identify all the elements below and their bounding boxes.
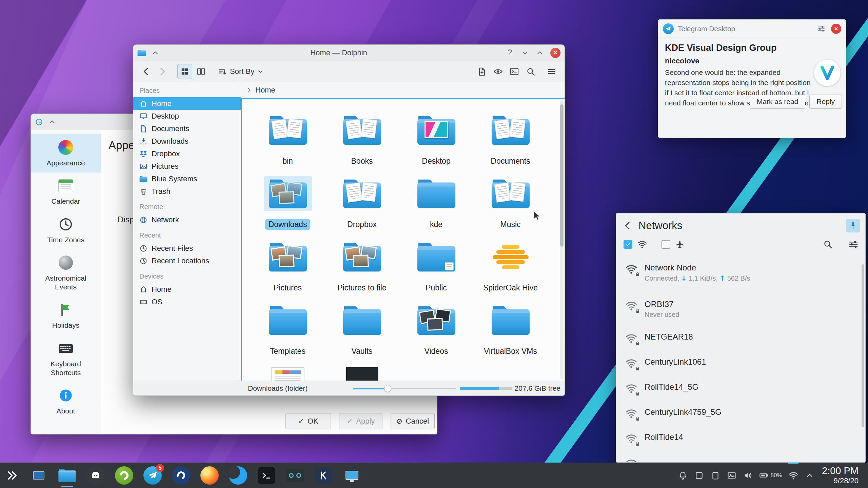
folder-item[interactable]: Vaults <box>325 304 399 357</box>
folder-item-selected[interactable]: Downloads <box>251 177 325 230</box>
sort-by-button[interactable]: Sort By <box>215 64 267 79</box>
back-button[interactable] <box>139 64 154 79</box>
tray-volume[interactable] <box>740 463 756 488</box>
zoom-slider[interactable] <box>353 388 456 389</box>
apply-button[interactable]: ✓ Apply <box>339 413 382 429</box>
app-launcher-button[interactable] <box>0 463 24 488</box>
notification-settings-icon[interactable] <box>815 23 827 35</box>
task-telegram[interactable]: 5 <box>138 463 167 488</box>
tray-media[interactable] <box>724 463 740 488</box>
help-button[interactable]: ? <box>504 47 516 59</box>
network-item[interactable]: RollTide14 <box>616 430 865 455</box>
folder-item[interactable]: Templates <box>251 304 325 357</box>
places-item-recent-locations[interactable]: Recent Locations <box>133 255 241 267</box>
network-item[interactable]: NETGEAR18 <box>616 330 865 355</box>
folder-item[interactable]: SpiderOak Hive <box>473 241 548 293</box>
maximize-button[interactable] <box>534 47 546 59</box>
tray-notifications[interactable] <box>675 463 691 488</box>
view-scrollbar[interactable] <box>560 100 564 379</box>
task-discord[interactable] <box>81 463 110 488</box>
places-item-os[interactable]: OS <box>133 296 241 308</box>
reply-button[interactable]: Reply <box>809 95 842 109</box>
back-button[interactable] <box>623 221 632 230</box>
folder-item[interactable]: Pictures to file <box>325 241 399 293</box>
airplane-mode-checkbox[interactable] <box>662 240 670 249</box>
file-thumbnail[interactable] <box>272 367 304 381</box>
file-thumbnail[interactable] <box>346 367 378 381</box>
settings-nav-astronomical-events[interactable]: Astronomical Events <box>31 249 101 297</box>
create-new-button[interactable] <box>474 64 489 79</box>
location-bar[interactable]: Home <box>241 82 565 98</box>
places-item-recent-files[interactable]: Recent Files <box>133 242 241 255</box>
settings-nav-calendar[interactable]: Calendar <box>31 172 101 211</box>
task-dolphin[interactable] <box>53 463 81 488</box>
digital-clock[interactable]: 2:00 PM 9/28/20 <box>818 465 863 485</box>
task-konsole[interactable] <box>252 463 281 488</box>
hamburger-menu-button[interactable] <box>544 64 559 79</box>
places-item-pictures[interactable]: Pictures <box>133 160 241 172</box>
places-item-home-device[interactable]: Home <box>133 283 241 296</box>
folder-item[interactable]: Videos <box>399 304 473 357</box>
network-item[interactable]: CenturyLink1061 <box>616 355 865 380</box>
terminal-button[interactable] <box>507 64 522 79</box>
places-item-network[interactable]: Network <box>133 214 241 226</box>
icons-view-button[interactable] <box>177 64 192 79</box>
task-green-app[interactable] <box>110 463 138 488</box>
network-item-partial[interactable] <box>616 455 865 462</box>
settings-nav-time-zones[interactable]: Time Zones <box>31 211 101 249</box>
folder-item[interactable]: kde <box>399 177 473 230</box>
keep-above-icon[interactable] <box>150 47 161 59</box>
close-button[interactable]: × <box>550 48 560 58</box>
folder-item[interactable]: Desktop <box>399 114 473 166</box>
settings-nav-appearance[interactable]: Appearance <box>31 134 101 172</box>
pin-button[interactable] <box>846 219 860 232</box>
task-falkon[interactable] <box>224 463 252 488</box>
forward-button[interactable] <box>155 64 170 79</box>
configure-icon[interactable] <box>848 239 859 249</box>
task-system-settings[interactable] <box>24 463 53 488</box>
places-item-desktop[interactable]: Desktop <box>133 110 241 122</box>
keep-above-icon[interactable] <box>46 116 58 128</box>
network-item[interactable]: Network Node Connected, ↓ 1.1 KiB/s, ↑ 5… <box>616 261 865 298</box>
split-view-button[interactable] <box>194 64 209 79</box>
mark-as-read-button[interactable]: Mark as read <box>750 95 806 109</box>
settings-nav-holidays[interactable]: Holidays <box>31 297 101 335</box>
folder-item[interactable]: Pictures <box>251 241 325 293</box>
task-mattermost[interactable] <box>167 463 195 488</box>
networks-scrollbar[interactable] <box>862 264 864 427</box>
tray-network[interactable] <box>785 463 802 488</box>
settings-nav-keyboard-shortcuts[interactable]: Keyboard Shortcuts <box>31 335 101 383</box>
search-button[interactable] <box>523 64 538 79</box>
tray-klipper[interactable] <box>691 463 707 488</box>
tray-battery[interactable]: 80% <box>756 463 785 488</box>
breadcrumb[interactable]: Home <box>255 86 275 95</box>
network-item[interactable]: CenturyLink4759_5G <box>616 405 865 430</box>
folder-item[interactable]: bin <box>251 114 325 166</box>
search-icon[interactable] <box>823 240 833 249</box>
dolphin-titlebar[interactable]: Home — Dolphin ? × <box>133 45 565 61</box>
places-item-documents[interactable]: Documents <box>133 122 241 135</box>
tray-clipboard[interactable] <box>707 463 724 488</box>
folder-item[interactable]: VirtualBox VMs <box>473 304 548 357</box>
wifi-enabled-checkbox[interactable] <box>624 240 632 249</box>
network-item[interactable]: RollTide14_5G <box>616 380 865 405</box>
preview-button[interactable] <box>491 64 506 79</box>
tray-expand[interactable] <box>802 463 818 488</box>
folder-item[interactable]: Dropbox <box>325 177 399 230</box>
view-scrollbar-thumb[interactable] <box>560 104 564 247</box>
places-item-blue-systems[interactable]: Blue Systems <box>133 172 241 185</box>
network-item[interactable]: ORBI37 Never used <box>616 298 865 330</box>
minimize-button[interactable] <box>519 47 531 59</box>
task-screen-app[interactable] <box>338 463 366 488</box>
places-item-dropbox[interactable]: Dropbox <box>133 147 241 160</box>
ok-button[interactable]: ✓ OK <box>285 413 331 429</box>
zoom-slider-handle[interactable] <box>384 385 391 392</box>
folder-view[interactable]: bin Books Desktop Documents Downloa <box>241 98 565 381</box>
places-item-trash[interactable]: Trash <box>133 185 241 198</box>
task-firefox[interactable] <box>195 463 224 488</box>
places-item-home[interactable]: Home <box>133 97 241 110</box>
settings-nav-about[interactable]: About <box>31 382 101 421</box>
notification-close-button[interactable]: × <box>831 24 841 34</box>
folder-item[interactable]: Documents <box>473 114 548 166</box>
task-kate[interactable] <box>309 463 338 488</box>
